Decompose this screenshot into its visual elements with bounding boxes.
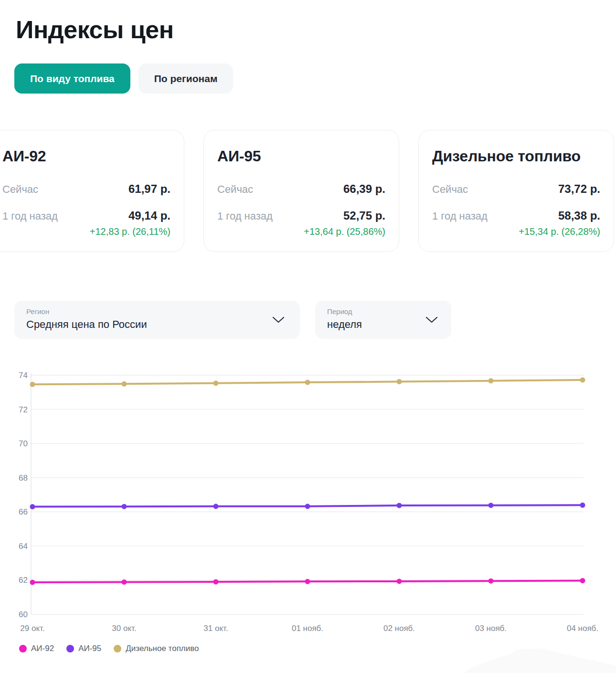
data-point xyxy=(305,380,310,385)
data-point xyxy=(397,379,402,384)
data-point xyxy=(580,578,585,583)
legend-label: АИ-92 xyxy=(31,644,54,653)
data-point xyxy=(30,504,35,509)
chart-filters: Регион Средняя цена по России Период нед… xyxy=(14,301,451,339)
legend-dot-icon xyxy=(114,645,121,652)
fuel-card-title: АИ-92 xyxy=(2,147,170,165)
data-point xyxy=(305,579,310,584)
region-select[interactable]: Регион Средняя цена по России xyxy=(14,301,300,339)
price-chart: 606264666870727429 окт.30 окт.31 окт.01 … xyxy=(0,362,616,643)
data-point xyxy=(489,378,494,383)
data-point xyxy=(122,381,127,387)
tab-by-fuel-type[interactable]: По виду топлива xyxy=(14,63,130,94)
y-tick-label: 74 xyxy=(19,371,28,380)
now-label: Сейчас xyxy=(217,183,253,196)
y-tick-label: 70 xyxy=(19,439,28,448)
view-tabs: По виду топлива По регионам xyxy=(14,63,233,94)
year-ago-row: 1 год назад 58,38 р. xyxy=(432,209,600,222)
x-tick-label: 29 окт. xyxy=(20,624,44,633)
period-select[interactable]: Период неделя xyxy=(315,301,451,339)
tab-by-region[interactable]: По регионам xyxy=(138,63,234,94)
chevron-down-icon xyxy=(272,316,285,323)
year-delta: +13,64 р. (25,86%) xyxy=(217,226,385,237)
now-row: Сейчас 73,72 р. xyxy=(432,182,600,196)
data-point xyxy=(305,504,310,509)
chart-legend: АИ-92АИ-95Дизельное топливо xyxy=(19,644,199,653)
y-tick-label: 60 xyxy=(19,610,28,619)
fuel-card-title: АИ-95 xyxy=(217,147,385,165)
year-ago-label: 1 год назад xyxy=(2,210,58,222)
fuel-card-ai92: АИ-92 Сейчас 61,97 р. 1 год назад 49,14 … xyxy=(0,130,184,252)
legend-item-1[interactable]: АИ-95 xyxy=(66,644,101,653)
price-index-page: Индексы цен По виду топлива По регионам … xyxy=(0,0,616,673)
data-point xyxy=(213,579,219,585)
period-select-value: неделя xyxy=(327,318,423,331)
now-label: Сейчас xyxy=(2,183,38,196)
y-tick-label: 72 xyxy=(19,405,28,414)
data-point xyxy=(580,503,585,508)
fuel-card-diesel: Дизельное топливо Сейчас 73,72 р. 1 год … xyxy=(418,130,614,252)
now-value: 73,72 р. xyxy=(558,182,600,196)
legend-dot-icon xyxy=(19,645,27,652)
legend-dot-icon xyxy=(66,645,74,652)
legend-item-0[interactable]: АИ-92 xyxy=(19,644,54,653)
x-tick-label: 30 окт. xyxy=(112,624,136,633)
x-tick-label: 04 нояб. xyxy=(567,624,598,633)
year-ago-label: 1 год назад xyxy=(217,210,273,222)
fuel-cards-row: АИ-92 Сейчас 61,97 р. 1 год назад 49,14 … xyxy=(0,130,614,252)
data-point xyxy=(213,380,219,386)
data-point xyxy=(489,503,494,508)
now-value: 66,39 р. xyxy=(343,182,385,196)
year-ago-row: 1 год назад 49,14 р. xyxy=(2,209,170,222)
year-delta: +15,34 р. (26,28%) xyxy=(432,226,600,237)
data-point xyxy=(122,504,127,509)
x-tick-label: 01 нояб. xyxy=(292,624,323,633)
x-tick-label: 03 нояб. xyxy=(475,624,507,633)
y-tick-label: 64 xyxy=(19,542,28,551)
year-ago-value: 52,75 р. xyxy=(343,209,385,222)
data-point xyxy=(397,578,402,584)
data-point xyxy=(580,378,585,383)
legend-label: АИ-95 xyxy=(78,644,101,653)
data-point xyxy=(213,504,219,509)
year-ago-value: 49,14 р. xyxy=(128,209,170,222)
year-ago-value: 58,38 р. xyxy=(558,209,600,222)
legend-label: Дизельное топливо xyxy=(126,644,199,653)
year-delta: +12,83 р. (26,11%) xyxy=(2,226,170,237)
data-point xyxy=(489,578,494,584)
data-point xyxy=(30,382,35,387)
now-value: 61,97 р. xyxy=(128,182,170,196)
fuel-card-title: Дизельное топливо xyxy=(432,147,600,165)
now-label: Сейчас xyxy=(432,183,468,196)
page-title: Индексы цен xyxy=(16,14,174,45)
region-select-value: Средняя цена по России xyxy=(26,318,271,331)
y-tick-label: 62 xyxy=(19,576,28,585)
legend-item-2[interactable]: Дизельное топливо xyxy=(114,644,199,653)
year-ago-label: 1 год назад xyxy=(432,210,488,222)
price-chart-canvas: 606264666870727429 окт.30 окт.31 окт.01 … xyxy=(0,362,616,643)
y-tick-label: 66 xyxy=(19,507,28,516)
period-select-label: Период xyxy=(327,307,423,315)
now-row: Сейчас 66,39 р. xyxy=(217,182,385,196)
year-ago-row: 1 год назад 52,75 р. xyxy=(217,209,385,222)
x-tick-label: 31 окт. xyxy=(203,624,228,633)
x-tick-label: 02 нояб. xyxy=(383,624,415,633)
data-point xyxy=(397,503,402,508)
data-point xyxy=(30,580,35,585)
chevron-down-icon xyxy=(425,316,438,323)
data-point xyxy=(122,579,127,585)
y-tick-label: 68 xyxy=(19,473,28,483)
region-select-label: Регион xyxy=(26,307,271,315)
fuel-card-ai95: АИ-95 Сейчас 66,39 р. 1 год назад 52,75 … xyxy=(203,130,399,252)
now-row: Сейчас 61,97 р. xyxy=(2,182,170,196)
